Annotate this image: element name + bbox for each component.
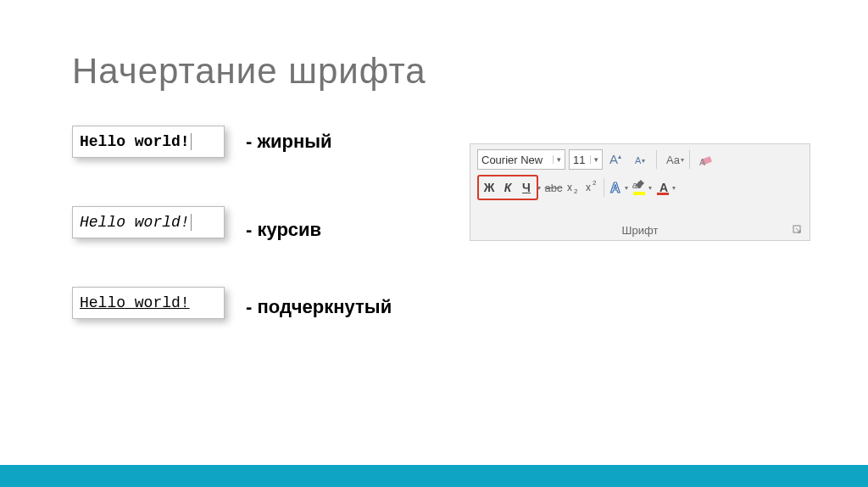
svg-text:▴: ▴ bbox=[618, 153, 621, 160]
strikethrough-button[interactable]: abc bbox=[543, 182, 564, 194]
chevron-down-icon[interactable]: ▾ bbox=[537, 184, 541, 192]
divider bbox=[689, 150, 690, 169]
font-color-bar bbox=[657, 193, 669, 195]
change-case-button[interactable]: Aa ▾ bbox=[663, 149, 683, 170]
slide-footer-bar bbox=[0, 465, 868, 487]
shrink-font-icon: A▾ bbox=[632, 151, 648, 168]
text-cursor bbox=[191, 133, 192, 150]
highlight-color-button[interactable]: ab bbox=[631, 178, 649, 197]
chevron-down-icon[interactable]: ▾ bbox=[625, 184, 628, 192]
text-effects-icon: A bbox=[608, 179, 625, 196]
subscript-s: 2 bbox=[574, 188, 577, 195]
example-bold-box: Hello world! bbox=[72, 126, 225, 158]
font-color-button[interactable]: A bbox=[654, 178, 673, 197]
font-size-combobox[interactable]: ▾ bbox=[569, 149, 603, 170]
example-bold-text: Hello world! bbox=[80, 133, 190, 150]
chevron-down-icon[interactable]: ▾ bbox=[590, 155, 602, 164]
slide-title: Начертание шрифта bbox=[72, 51, 426, 92]
superscript-s: 2 bbox=[593, 179, 596, 187]
grow-font-icon: A▴ bbox=[608, 151, 625, 168]
font-name-combobox[interactable]: ▾ bbox=[477, 149, 565, 170]
superscript-base: x bbox=[586, 182, 591, 193]
ribbon-group-label: Шрифт bbox=[470, 224, 810, 237]
example-underline-box: Hello world! bbox=[72, 287, 225, 319]
divider bbox=[656, 150, 657, 169]
svg-text:▾: ▾ bbox=[642, 157, 645, 165]
underline-button[interactable]: Ч bbox=[517, 178, 536, 197]
clear-formatting-button[interactable]: A bbox=[696, 149, 716, 170]
font-ribbon-group: ▾ ▾ A▴ A▾ Aa ▾ A Ж К Ч ▾ bbox=[470, 143, 810, 241]
example-italic-box: Hello world! bbox=[72, 206, 225, 238]
dialog-launcher-button[interactable] bbox=[793, 225, 804, 237]
ribbon-row-bottom: Ж К Ч ▾ abc x 2 x 2 A ▾ ab ▾ bbox=[470, 171, 810, 204]
bold-italic-underline-highlight: Ж К Ч bbox=[477, 175, 538, 200]
text-effects-button[interactable]: A bbox=[607, 178, 626, 197]
grow-font-button[interactable]: A▴ bbox=[606, 149, 626, 170]
dialog-launcher-icon bbox=[793, 225, 803, 235]
chevron-down-icon[interactable]: ▾ bbox=[681, 156, 684, 164]
svg-text:A: A bbox=[609, 152, 618, 166]
italic-button[interactable]: К bbox=[498, 178, 517, 197]
superscript-button[interactable]: x 2 bbox=[582, 178, 601, 197]
chevron-down-icon[interactable]: ▾ bbox=[553, 155, 565, 164]
font-size-input[interactable] bbox=[570, 150, 590, 169]
label-italic: - курсив bbox=[246, 219, 321, 241]
bold-button[interactable]: Ж bbox=[480, 178, 498, 197]
divider bbox=[604, 178, 604, 197]
subscript-button[interactable]: x 2 bbox=[564, 178, 582, 197]
change-case-icon: Aa bbox=[666, 154, 680, 166]
example-italic-text: Hello world! bbox=[80, 214, 190, 231]
svg-text:A: A bbox=[699, 157, 706, 167]
ribbon-row-top: ▾ ▾ A▴ A▾ Aa ▾ A bbox=[470, 144, 810, 171]
subscript-base: x bbox=[567, 182, 572, 193]
eraser-icon: A bbox=[698, 151, 715, 168]
label-underline: - подчеркнутый bbox=[246, 296, 392, 318]
shrink-font-button[interactable]: A▾ bbox=[630, 149, 650, 170]
label-bold: - жирный bbox=[246, 131, 332, 153]
svg-text:A: A bbox=[635, 155, 642, 165]
text-cursor bbox=[191, 214, 192, 231]
font-name-input[interactable] bbox=[478, 150, 553, 169]
example-underline-text: Hello world! bbox=[80, 294, 190, 311]
svg-text:A: A bbox=[610, 181, 620, 195]
highlight-color-bar bbox=[633, 192, 645, 195]
